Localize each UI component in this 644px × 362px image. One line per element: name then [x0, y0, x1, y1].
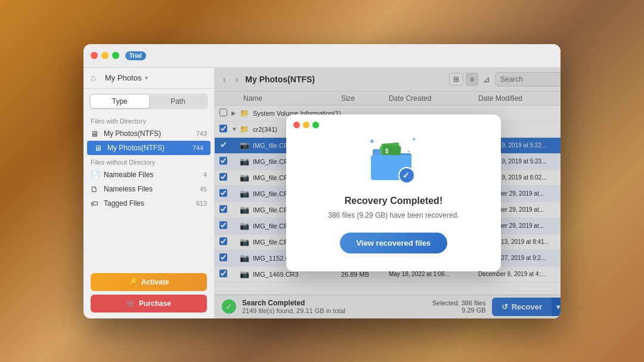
- sidebar-item-ntfs2[interactable]: 🖥 My Photos(NTFS) 744: [87, 141, 210, 155]
- modal-description: 386 files (9.29 GB) have been recovered.: [310, 210, 477, 221]
- sidebar: ⌂ My Photos ▾ Type Path Files with Direc…: [83, 68, 215, 318]
- home-icon: ⌂: [91, 73, 101, 83]
- modal-close-button[interactable]: [293, 122, 300, 128]
- recovery-modal: ✦ ✦ ✦ $: [286, 115, 501, 271]
- title-bar: Trial: [83, 44, 561, 68]
- sidebar-bottom: 🔑 Activate 🛒 Purchase: [83, 267, 214, 318]
- tag-icon: 🏷: [91, 199, 100, 208]
- sidebar-item-nameable[interactable]: 📄 Nameable Files 4: [83, 168, 214, 182]
- sidebar-item-nameless[interactable]: 🗋 Nameless Files 45: [83, 182, 214, 196]
- sidebar-title: My Photos: [105, 73, 141, 82]
- close-button[interactable]: [91, 52, 98, 59]
- svg-text:✦: ✦: [369, 137, 376, 146]
- cart-icon: 🛒: [126, 299, 135, 308]
- file-icon: 📄: [91, 171, 100, 179]
- minimize-button[interactable]: [101, 52, 109, 59]
- maximize-button[interactable]: [112, 52, 119, 59]
- main-layout: ⌂ My Photos ▾ Type Path Files with Direc…: [83, 68, 561, 318]
- activate-icon: 🔑: [129, 278, 138, 286]
- nameless-icon: 🗋: [91, 185, 100, 193]
- tab-bar: Type Path: [89, 94, 208, 109]
- tab-type[interactable]: Type: [91, 95, 149, 108]
- sidebar-item-tagged[interactable]: 🏷 Tagged Files 613: [83, 196, 214, 211]
- chevron-down-icon: ▾: [145, 75, 148, 81]
- modal-title: Recovery Completed!: [310, 196, 477, 206]
- sidebar-item-ntfs1[interactable]: 🖥 My Photos(NTFS) 743: [83, 126, 214, 141]
- purchase-button[interactable]: 🛒 Purchase: [91, 295, 207, 313]
- drive-icon-active: 🖥: [94, 144, 104, 152]
- tab-path[interactable]: Path: [149, 95, 208, 108]
- svg-text:✓: ✓: [402, 171, 410, 180]
- content-area: ‹ › My Photos(NTFS) ⊞ ≡ ⊿ Name Size Date…: [215, 68, 561, 318]
- activate-button[interactable]: 🔑 Activate: [91, 273, 207, 291]
- trial-badge: Trial: [125, 51, 146, 60]
- modal-maximize-button[interactable]: [312, 122, 319, 128]
- svg-text:✦: ✦: [411, 136, 416, 143]
- section-without-directory: Files without Directory: [83, 155, 214, 168]
- modal-icon-area: ✦ ✦ ✦ $: [364, 132, 423, 186]
- activate-label: Activate: [141, 278, 169, 286]
- sidebar-header: ⌂ My Photos ▾: [83, 68, 214, 89]
- section-with-directory: Files with Directory: [83, 114, 214, 126]
- svg-text:$: $: [385, 148, 389, 154]
- modal-overlay: ✦ ✦ ✦ $: [215, 68, 561, 318]
- view-recovered-files-button[interactable]: View recovered files: [340, 233, 448, 253]
- modal-traffic-lights: [293, 122, 319, 128]
- modal-minimize-button[interactable]: [303, 122, 309, 128]
- recovery-complete-icon: ✦ ✦ ✦ $: [364, 132, 423, 186]
- app-window: Trial ⌂ My Photos ▾ Type Path Files with…: [83, 44, 561, 318]
- drive-icon: 🖥: [91, 129, 100, 138]
- traffic-lights: [91, 52, 119, 59]
- purchase-label: Purchase: [139, 299, 171, 308]
